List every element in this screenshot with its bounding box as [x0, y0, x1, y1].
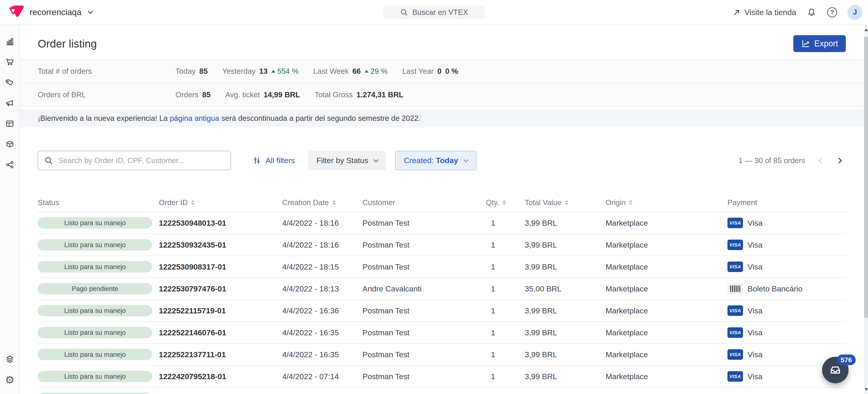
- order-row[interactable]: Listo para su manejo1222420795218-014/4/…: [38, 366, 846, 388]
- sort-icon[interactable]: [332, 200, 336, 205]
- origin-cell: Marketplace: [606, 306, 727, 315]
- scrollbar-thumb[interactable]: [864, 37, 868, 318]
- creation-date-cell: 4/4/2022 - 18:13: [282, 284, 363, 293]
- origin-cell: Marketplace: [606, 284, 727, 293]
- all-filters-button[interactable]: All filters: [252, 156, 295, 165]
- pagination-next-button[interactable]: [832, 154, 846, 167]
- scroll-up-arrow-icon[interactable]: [865, 29, 868, 31]
- pagination-prev-button[interactable]: [814, 154, 828, 167]
- total-value-cell: 3,99 BRL: [525, 350, 606, 359]
- help-button[interactable]: ?: [827, 7, 837, 18]
- stat-metric: Last Week6629 %: [313, 67, 388, 76]
- all-filters-label: All filters: [266, 156, 295, 165]
- vertical-scrollbar[interactable]: [864, 25, 868, 394]
- status-badge: Listo para su manejo: [38, 217, 152, 229]
- export-button[interactable]: Export: [793, 35, 846, 52]
- sort-icon[interactable]: [191, 200, 195, 205]
- integrations-share-icon[interactable]: [5, 160, 15, 170]
- column-header-order-id[interactable]: Order ID: [159, 198, 282, 207]
- origin-cell: Marketplace: [606, 219, 727, 228]
- promotions-tag-icon[interactable]: [5, 77, 15, 88]
- order-row[interactable]: Listo para su manejo1222530932435-014/4/…: [38, 234, 846, 256]
- apps-layers-icon[interactable]: [5, 354, 15, 364]
- column-header-qty-[interactable]: Qty.: [486, 198, 525, 207]
- order-row[interactable]: Listo para su manejo1222530948013-014/4/…: [38, 212, 846, 234]
- status-cell: Listo para su manejo: [38, 261, 159, 272]
- status-cell: Pago pendiente: [38, 283, 159, 294]
- stat-metric: Last Year00 %: [402, 67, 458, 76]
- column-header-customer: Customer: [363, 198, 486, 207]
- analytics-icon[interactable]: [5, 36, 15, 46]
- customer-cell: Postman Test: [363, 306, 486, 315]
- marketing-megaphone-icon[interactable]: [5, 98, 15, 108]
- topbar-actions: Visite la tienda ? J: [733, 5, 863, 20]
- account-switcher[interactable]: recorrenciaqa: [9, 5, 92, 19]
- sidebar: ⚙: [0, 25, 20, 394]
- stats-row-label: Total # of orders: [38, 67, 176, 76]
- payment-cell: VISAVisa: [727, 305, 846, 316]
- notifications-button[interactable]: [806, 7, 817, 18]
- column-header-creation-date[interactable]: Creation Date: [282, 198, 363, 207]
- sort-icon[interactable]: [565, 200, 568, 205]
- order-row[interactable]: Listo para su manejo1222522146076-014/4/…: [38, 322, 846, 344]
- stat-metric: Avg. ticket14,99 BRL: [225, 91, 300, 99]
- column-header-origin[interactable]: Origin: [606, 198, 727, 207]
- status-cell: Listo para su manejo: [38, 305, 159, 316]
- orders-cart-icon[interactable]: [5, 57, 15, 67]
- sidebar-main-items: [5, 36, 15, 170]
- stats-row-brl: Orders of BRL Orders85Avg. ticket14,99 B…: [20, 83, 868, 106]
- stats-row-label: Orders of BRL: [38, 91, 176, 99]
- question-mark-icon: ?: [827, 7, 837, 18]
- customer-cell: Postman Test: [363, 350, 486, 359]
- old-page-link[interactable]: página antigua: [170, 114, 219, 123]
- export-label: Export: [814, 39, 838, 48]
- status-badge: Listo para su manejo: [38, 371, 152, 382]
- order-row[interactable]: Listo para su manejo: [38, 388, 846, 394]
- total-value-cell: 3,99 BRL: [525, 306, 606, 315]
- sort-icon[interactable]: [502, 200, 506, 205]
- status-cell: Listo para su manejo: [38, 393, 159, 394]
- customer-cell: Postman Test: [363, 262, 486, 271]
- catalog-cube-icon[interactable]: [5, 139, 15, 149]
- account-name: recorrenciaqa: [30, 7, 81, 17]
- sort-icon[interactable]: [629, 200, 632, 205]
- total-value-cell: 3,99 BRL: [525, 240, 606, 250]
- trend-up-icon: [365, 70, 369, 73]
- user-avatar[interactable]: J: [847, 5, 863, 20]
- inbox-tray-icon: [829, 363, 842, 376]
- order-row[interactable]: Listo para su manejo1222522115719-014/4/…: [38, 300, 846, 322]
- chevron-down-icon: [88, 9, 93, 14]
- column-header-total-value[interactable]: Total Value: [525, 198, 606, 207]
- order-row[interactable]: Listo para su manejo1222530908317-014/4/…: [38, 256, 846, 278]
- stat-metric: Total Gross1.274,31 BRL: [315, 91, 403, 99]
- visa-icon: VISA: [727, 371, 743, 382]
- status-filter-label: Filter by Status: [316, 156, 368, 165]
- visit-store-link[interactable]: Visite la tienda: [733, 8, 796, 17]
- payment-method-label: Visa: [748, 306, 763, 315]
- status-cell: Listo para su manejo: [38, 349, 159, 360]
- stats-row-orders: Total # of orders Today85Yesterday13554 …: [20, 60, 868, 83]
- status-badge: Pago pendiente: [38, 283, 152, 294]
- qty-cell: 1: [486, 240, 525, 250]
- payment-cell: Boleto Bancário: [727, 284, 846, 294]
- scroll-down-arrow-icon[interactable]: [865, 388, 868, 391]
- settings-gear-icon[interactable]: ⚙: [5, 375, 15, 385]
- created-filter-dropdown[interactable]: Created: Today: [395, 151, 476, 170]
- pagination-info: 1 — 30 of 85 orders: [738, 156, 805, 165]
- storefront-layout-icon[interactable]: [5, 119, 15, 129]
- order-id-cell: 1222530797476-01: [159, 284, 282, 293]
- order-row[interactable]: Pago pendiente1222530797476-014/4/2022 -…: [38, 278, 846, 300]
- origin-cell: Marketplace: [606, 372, 727, 381]
- order-row[interactable]: Listo para su manejo1222522137711-014/4/…: [38, 344, 846, 366]
- stats-metrics: Orders85Avg. ticket14,99 BRLTotal Gross1…: [176, 91, 868, 99]
- column-header-payment: Payment: [727, 198, 846, 207]
- status-filter-dropdown[interactable]: Filter by Status: [308, 151, 386, 170]
- stat-metric: Orders85: [176, 91, 211, 99]
- global-search-button[interactable]: Buscar en VTEX: [383, 5, 485, 19]
- order-search-input[interactable]: [58, 156, 224, 165]
- visa-icon: VISA: [727, 218, 743, 228]
- stat-metric: Yesterday13554 %: [222, 67, 299, 76]
- vtex-logo-icon: [9, 5, 24, 19]
- orders-table: StatusOrder IDCreation DateCustomerQty.T…: [38, 193, 846, 394]
- order-id-cell: 1222530908317-01: [159, 262, 282, 271]
